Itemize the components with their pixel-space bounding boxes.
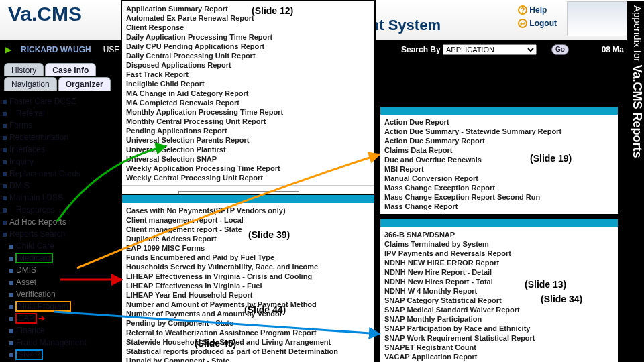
report-item[interactable]: Application Summary Report xyxy=(126,4,370,13)
report-item[interactable]: Monthly Central Processing Unit Report xyxy=(126,117,370,126)
tab-history[interactable]: History xyxy=(4,63,44,76)
report-item[interactable]: MA Change in Aid Category Report xyxy=(126,88,370,98)
report-item[interactable]: Mass Change Exception Report Second Run xyxy=(384,192,614,202)
use-label: USE xyxy=(103,45,120,54)
report-item[interactable]: Universal Selection Parents Report xyxy=(126,135,370,145)
report-item[interactable]: Mass Change Report xyxy=(384,202,614,211)
report-item[interactable]: Cases with No Payments(SFTP Vendors only… xyxy=(126,206,370,215)
panel-bar xyxy=(122,195,374,203)
panel-bar xyxy=(380,219,618,227)
report-item[interactable]: Monthly Application Processing Time Repo… xyxy=(126,107,370,117)
report-item[interactable]: Action Due Summary - Statewide Summary R… xyxy=(384,127,614,136)
report-item[interactable]: SNAP Medical Standard Waiver Report xyxy=(384,305,614,314)
report-item[interactable]: Manual Conversion Report xyxy=(384,174,614,183)
report-item[interactable]: Households Served by Vulnerability, Race… xyxy=(126,262,370,272)
report-item[interactable]: Weekly Application Processing Time Repor… xyxy=(126,164,370,173)
report-item[interactable]: Universal Selection SNAP xyxy=(126,154,370,164)
report-item[interactable]: Pending by Component - State xyxy=(126,318,370,328)
nav-sub[interactable]: Fraud Management xyxy=(8,337,117,349)
report-item[interactable]: Daily Application Processing Time Report xyxy=(126,32,370,42)
nav-sub[interactable]: DMIS xyxy=(8,264,117,276)
report-panel-eap: Cases with No Payments(SFTP Vendors only… xyxy=(121,194,376,362)
callout-slide-34: (Slide 34) xyxy=(541,294,582,304)
report-item[interactable]: Statistical reports produced as part of … xyxy=(126,347,370,356)
report-item[interactable]: Client Response xyxy=(126,23,370,32)
report-item[interactable]: IPV Payments and Reversals Report xyxy=(384,249,614,258)
callout-slide-44: (Slide 44) xyxy=(244,304,286,315)
callout-slide-45: (Slide 45) xyxy=(195,338,236,349)
report-item[interactable]: SNAP Work Requirement Statistical Report xyxy=(384,333,614,343)
nav-item[interactable]: Foster Care DCSE xyxy=(1,95,117,107)
report-item[interactable]: Disposed Applications Report xyxy=(126,60,370,70)
nav-item[interactable]: Inquiry xyxy=(1,156,117,168)
report-item[interactable]: Client management report - Local xyxy=(126,215,370,225)
nav-item[interactable]: Replacement Cards xyxy=(1,168,117,180)
play-icon[interactable]: ▶ xyxy=(5,45,11,54)
report-item[interactable]: LIHEAP Effectiveness in Virginia - Crisi… xyxy=(126,272,370,281)
report-item[interactable]: 366-B SNAP/DSNAP xyxy=(384,230,614,239)
nav-sub[interactable]: Verification xyxy=(8,288,117,300)
side-title: Appendix for Va.CMS Reports xyxy=(627,1,644,209)
report-item[interactable]: Daily CPU Pending Applications Report xyxy=(126,42,370,51)
left-nav: Foster Care DCSE Referral Forms Redeterm… xyxy=(1,95,117,362)
nav-item[interactable]: Referral xyxy=(1,107,117,119)
report-item[interactable]: NDNH NEW HIRE ERROR Report xyxy=(384,258,614,267)
tab-case-info[interactable]: Case Info xyxy=(45,63,96,76)
nav-item[interactable]: Interfaces xyxy=(1,143,117,156)
report-item[interactable]: Unpaid by Component - State xyxy=(126,356,370,362)
report-item[interactable]: Claims Terminated by System xyxy=(384,239,614,249)
nav-sub[interactable]: EAP ➔ xyxy=(8,312,117,324)
report-item[interactable]: Pending Applications Report xyxy=(126,126,370,135)
report-item[interactable]: Statewide Household Size Served and Livi… xyxy=(126,337,370,347)
nav-item[interactable]: Maintain LDSS xyxy=(1,192,117,204)
report-item[interactable]: Daily Central Processing Unit Report xyxy=(126,51,370,60)
report-item[interactable]: Action Due Report xyxy=(384,117,614,127)
nav-item[interactable]: Redetermination xyxy=(1,131,117,143)
nav-sub[interactable]: Child Care xyxy=(8,240,117,252)
tab-navigation[interactable]: Navigation xyxy=(4,77,57,90)
report-item[interactable]: Referral to Weatherization Assistance Pr… xyxy=(126,328,370,337)
report-item[interactable]: Mass Change Exception Report xyxy=(384,183,614,192)
report-item[interactable]: NDNH New Hires Report - Total xyxy=(384,277,614,286)
nav-sub[interactable]: Medicaid xyxy=(8,252,117,264)
logout-link[interactable]: ↩Logout xyxy=(518,19,557,28)
nav-sub[interactable]: Asset xyxy=(8,276,117,288)
date-label: 08 Ma xyxy=(602,45,624,54)
search-select[interactable]: APPLICATION xyxy=(443,44,537,55)
report-item[interactable]: Universal Selection Planfirst xyxy=(126,145,370,154)
nav-sub[interactable]: Finance xyxy=(8,324,117,337)
nav-item[interactable]: Forms xyxy=(1,119,117,131)
nav-item[interactable]: Ad Hoc Reports xyxy=(1,216,117,228)
report-item[interactable]: Claims Data Report xyxy=(384,145,614,155)
nav-sub[interactable]: Multi Program xyxy=(8,300,117,312)
nav-item[interactable]: Reports Search xyxy=(1,228,117,240)
report-item[interactable]: MA Completed Renewals Report xyxy=(126,98,370,107)
report-item[interactable]: LIHEAP Effectiveness in Virginia - Fuel xyxy=(126,281,370,290)
report-item[interactable]: Funds Encumbered and Paid by Fuel Type xyxy=(126,253,370,262)
report-item[interactable]: Fast Track Report xyxy=(126,70,370,79)
report-item[interactable]: VACAP Application Report xyxy=(384,352,614,361)
report-item[interactable]: MBI Report xyxy=(384,164,614,174)
report-item[interactable]: SNAP Monthly Participation xyxy=(384,314,614,324)
report-item[interactable]: SNAPET Registrant Count xyxy=(384,343,614,352)
help-link[interactable]: ?Help xyxy=(518,5,557,15)
panel-bar xyxy=(380,107,618,115)
nav-sub[interactable]: SNAP xyxy=(8,349,117,361)
logo: Va.CMS xyxy=(8,3,82,25)
report-item[interactable]: Weekly Central Processing Unit Report xyxy=(126,173,370,182)
go-button[interactable]: Go xyxy=(551,44,569,55)
report-item[interactable]: NDNH New Hire Report - Detail xyxy=(384,267,614,277)
nav-item[interactable]: Resources xyxy=(1,204,117,216)
nav-item[interactable]: DMIS xyxy=(1,180,117,192)
callout-slide-19: (Slide 19) xyxy=(530,153,572,164)
report-item[interactable]: SNAP Participation by Race and Ethnicity xyxy=(384,324,614,333)
tab-organizer[interactable]: Organizer xyxy=(58,77,111,90)
report-item[interactable]: Automated Ex Parte Renewal Report xyxy=(126,13,370,23)
search-by: Search By APPLICATION xyxy=(401,44,537,55)
report-item[interactable]: Due and Overdue Renewals xyxy=(384,155,614,164)
report-item[interactable]: LIHEAP Year End Household Report xyxy=(126,290,370,300)
report-item[interactable]: Action Due Summary Report xyxy=(384,136,614,145)
report-item[interactable]: EAP 1099 MISC Forms xyxy=(126,243,370,253)
report-item[interactable]: Ineligible Child Report xyxy=(126,79,370,88)
report-panel-medicaid-top: Application Summary ReportAutomated Ex P… xyxy=(121,0,376,210)
